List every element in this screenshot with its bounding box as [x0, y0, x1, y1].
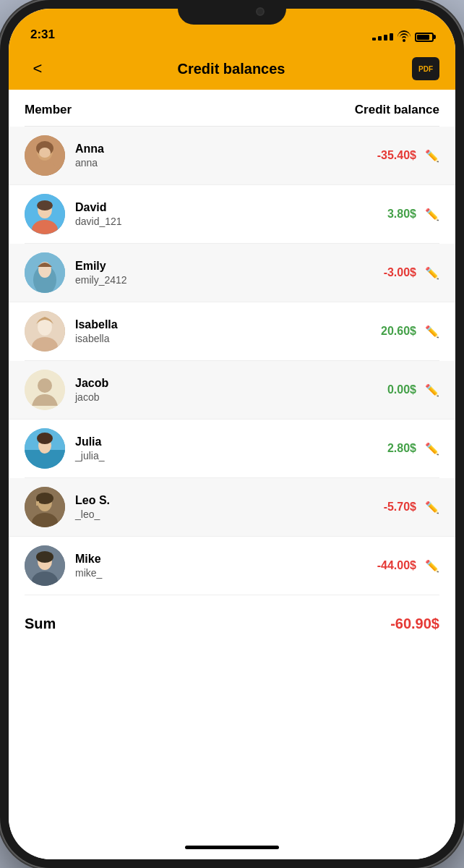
phone-frame: 2:31 < — [0, 0, 464, 868]
member-name: Jacob — [75, 376, 352, 391]
home-bar — [185, 846, 279, 849]
member-username: isabella — [75, 332, 352, 345]
member-name: Julia — [75, 435, 352, 450]
edit-icon[interactable]: ✏️ — [425, 325, 439, 339]
svg-point-9 — [37, 200, 53, 210]
list-item: Jacob jacob 0.00$ ✏️ — [9, 361, 455, 420]
balance-area: 20.60$ ✏️ — [362, 325, 439, 339]
battery-icon — [415, 33, 434, 42]
list-item: David david_121 3.80$ ✏️ — [25, 185, 439, 244]
member-name: Mike — [75, 552, 352, 567]
edit-icon[interactable]: ✏️ — [425, 442, 439, 456]
member-username: jacob — [75, 391, 352, 404]
member-username: david_121 — [75, 215, 352, 228]
avatar — [25, 370, 65, 410]
member-name: David — [75, 200, 352, 216]
avatar — [25, 545, 65, 586]
edit-icon[interactable]: ✏️ — [425, 383, 439, 397]
list-item: Mike mike_ -44.00$ ✏️ — [25, 537, 439, 595]
member-name: Leo S. — [75, 493, 352, 509]
avatar — [25, 194, 65, 234]
pdf-label: PDF — [418, 65, 433, 73]
member-username: mike_ — [75, 566, 352, 579]
balance-area: -44.00$ ✏️ — [362, 559, 439, 573]
svg-point-31 — [36, 551, 53, 563]
balance-amount: 20.60$ — [362, 325, 416, 338]
members-list: Anna anna -35.40$ ✏️ David david_121 — [25, 127, 439, 595]
sum-amount: -60.90$ — [390, 616, 439, 632]
member-name: Anna — [75, 142, 352, 157]
edit-icon[interactable]: ✏️ — [425, 266, 439, 280]
signal-icon — [372, 33, 393, 41]
notch — [178, 0, 286, 25]
wifi-icon — [398, 32, 411, 42]
status-time: 2:31 — [30, 27, 55, 42]
balance-amount: -5.70$ — [362, 501, 416, 514]
member-info: Julia _julia_ — [75, 435, 352, 463]
sum-row: Sum -60.90$ — [25, 595, 439, 647]
balance-area: 3.80$ ✏️ — [362, 208, 439, 221]
camera — [256, 7, 265, 16]
list-item: Julia _julia_ 2.80$ ✏️ — [25, 420, 439, 478]
edit-icon[interactable]: ✏️ — [425, 559, 439, 573]
back-button[interactable]: < — [25, 59, 51, 78]
balance-amount: -35.40$ — [362, 149, 416, 162]
svg-point-18 — [38, 378, 52, 393]
list-item: Leo S. _leo_ -5.70$ ✏️ — [9, 478, 455, 537]
svg-rect-27 — [36, 501, 39, 506]
avatar — [25, 252, 65, 293]
member-username: emily_2412 — [75, 273, 352, 286]
member-info: Anna anna — [75, 142, 352, 170]
balance-amount: 0.00$ — [362, 383, 416, 396]
svg-point-4 — [39, 148, 51, 158]
member-info: Leo S. _leo_ — [75, 493, 352, 522]
member-info: Jacob jacob — [75, 376, 352, 404]
member-info: Isabella isabella — [75, 318, 352, 346]
column-balance: Credit balance — [355, 103, 439, 117]
balance-area: 2.80$ ✏️ — [362, 442, 439, 456]
edit-icon[interactable]: ✏️ — [425, 501, 439, 514]
member-username: _leo_ — [75, 508, 352, 521]
balance-area: -35.40$ ✏️ — [362, 149, 439, 163]
home-indicator — [9, 835, 455, 859]
member-username: _julia_ — [75, 449, 352, 462]
balance-amount: -3.00$ — [362, 266, 416, 279]
app-header: < Credit balances PDF — [9, 48, 455, 90]
edit-icon[interactable]: ✏️ — [425, 208, 439, 221]
status-icons — [372, 32, 434, 42]
member-username: anna — [75, 156, 352, 169]
balance-amount: -44.00$ — [362, 559, 416, 572]
avatar — [25, 311, 65, 352]
member-info: David david_121 — [75, 200, 352, 229]
avatar — [25, 428, 65, 469]
member-info: Emily emily_2412 — [75, 259, 352, 287]
pdf-button[interactable]: PDF — [412, 57, 439, 80]
avatar — [25, 135, 65, 176]
edit-icon[interactable]: ✏️ — [425, 149, 439, 163]
list-item: Emily emily_2412 -3.00$ ✏️ — [9, 244, 455, 302]
list-item: Isabella isabella 20.60$ ✏️ — [25, 302, 439, 361]
member-info: Mike mike_ — [75, 552, 352, 580]
avatar — [25, 487, 65, 527]
member-name: Isabella — [75, 318, 352, 333]
balance-amount: 2.80$ — [362, 442, 416, 455]
balance-area: -3.00$ ✏️ — [362, 266, 439, 280]
balance-area: -5.70$ ✏️ — [362, 501, 439, 514]
sum-label: Sum — [25, 616, 56, 632]
content-area: Member Credit balance Anna anna -35.40$ … — [9, 90, 455, 835]
page-title: Credit balances — [178, 61, 285, 77]
member-name: Emily — [75, 259, 352, 274]
list-item: Anna anna -35.40$ ✏️ — [9, 127, 455, 185]
svg-point-22 — [37, 433, 53, 444]
balance-amount: 3.80$ — [362, 208, 416, 221]
phone-screen: 2:31 < — [9, 9, 455, 859]
column-member: Member — [25, 103, 72, 117]
balance-area: 0.00$ ✏️ — [362, 383, 439, 397]
table-header: Member Credit balance — [25, 90, 439, 127]
